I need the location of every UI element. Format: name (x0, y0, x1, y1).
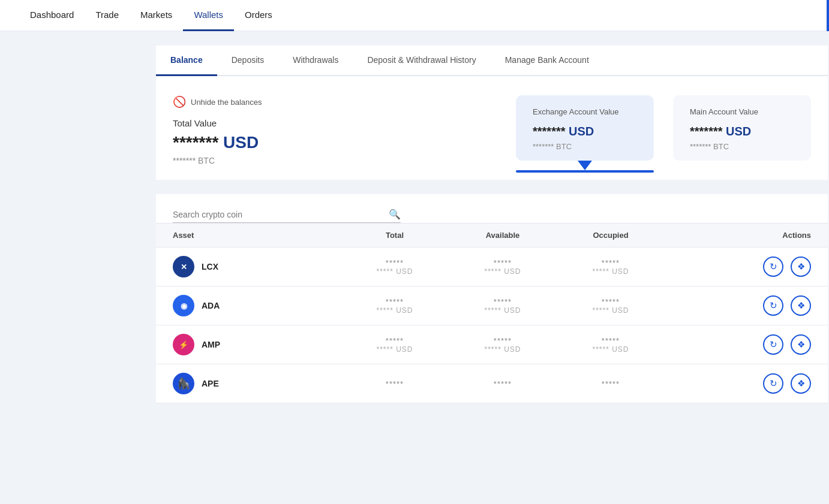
total-value-label: Total Value (173, 118, 497, 128)
search-icon: 🔍 (389, 209, 401, 220)
total-cell-lcx: ***** ***** USD (341, 258, 449, 276)
occupied-cell-amp: ***** ***** USD (557, 336, 665, 354)
settings-button-amp[interactable]: ❖ (791, 334, 811, 355)
main-btc-value: ******* BTC (690, 142, 794, 151)
coin-icon-lcx: ✕ (173, 256, 194, 277)
coin-name-amp: AMP (202, 340, 220, 349)
exchange-account-card: Exchange Account Value ******* USD *****… (516, 95, 654, 161)
nav-dashboard[interactable]: Dashboard (19, 0, 85, 31)
coin-name-ape: APE (202, 379, 219, 388)
actions-cell-ape: ↻ ❖ (665, 373, 811, 394)
total-cell-ape: ***** (341, 379, 449, 388)
transfer-button-ada[interactable]: ↻ (763, 295, 783, 316)
total-usd-stars: ******* (173, 133, 218, 152)
balance-section: 🚫 Unhide the balances Total Value ******… (156, 76, 828, 180)
search-section: 🔍 (156, 194, 828, 223)
unhide-label: Unhide the balances (191, 98, 262, 107)
transfer-button-ape[interactable]: ↻ (763, 373, 783, 394)
available-cell-amp: ***** ***** USD (449, 336, 557, 354)
exchange-usd-value: ******* USD (533, 125, 637, 138)
transfer-button-amp[interactable]: ↻ (763, 334, 783, 355)
asset-table: Asset Total Available Occupied Actions ✕… (156, 223, 828, 403)
table-row: ✕ LCX ***** ***** USD ***** ***** USD **… (156, 248, 828, 286)
nav-trade[interactable]: Trade (85, 0, 130, 31)
col-available: Available (449, 231, 557, 240)
available-cell-ape: ***** (449, 379, 557, 388)
main-account-label: Main Account Value (690, 107, 794, 116)
search-input[interactable] (173, 210, 384, 219)
available-cell-ada: ***** ***** USD (449, 297, 557, 315)
tab-manage-bank[interactable]: Manage Bank Account (491, 46, 603, 76)
occupied-cell-ape: ***** (557, 379, 665, 388)
main-account-card: Main Account Value ******* USD ******* B… (673, 95, 811, 161)
main-content: Balance Deposits Withdrawals Deposit & W… (156, 31, 828, 403)
table-row: ◉ ADA ***** ***** USD ***** ***** USD **… (156, 286, 828, 325)
transfer-button-lcx[interactable]: ↻ (763, 256, 783, 277)
asset-cell-ape: 🦍 APE (173, 373, 341, 394)
occupied-cell-lcx: ***** ***** USD (557, 258, 665, 276)
table-row: ⚡ AMP ***** ***** USD ***** ***** USD **… (156, 325, 828, 364)
col-occupied: Occupied (557, 231, 665, 240)
nav-wallets[interactable]: Wallets (183, 0, 234, 31)
table-row: 🦍 APE ***** ***** ***** ↻ ❖ (156, 364, 828, 403)
col-actions: Actions (665, 231, 811, 240)
section-divider (156, 180, 828, 194)
settings-button-ada[interactable]: ❖ (791, 295, 811, 316)
navigation: Dashboard Trade Markets Wallets Orders (0, 0, 829, 31)
asset-cell-lcx: ✕ LCX (173, 256, 341, 277)
tabs-bar: Balance Deposits Withdrawals Deposit & W… (156, 46, 828, 76)
nav-right-accent (827, 0, 829, 31)
tab-deposits[interactable]: Deposits (217, 46, 278, 76)
exchange-btc-value: ******* BTC (533, 142, 637, 151)
tab-balance[interactable]: Balance (156, 46, 217, 76)
coin-icon-amp: ⚡ (173, 334, 194, 355)
coin-name-lcx: LCX (202, 262, 218, 271)
nav-orders[interactable]: Orders (234, 0, 283, 31)
col-asset: Asset (173, 231, 341, 240)
coin-icon-ada: ◉ (173, 295, 194, 316)
exchange-card-arrow (578, 161, 592, 170)
settings-button-ape[interactable]: ❖ (791, 373, 811, 394)
actions-cell-lcx: ↻ ❖ (665, 256, 811, 277)
total-balance: 🚫 Unhide the balances Total Value ******… (173, 95, 497, 165)
search-wrapper: 🔍 (173, 209, 401, 223)
coin-name-ada: ADA (202, 301, 220, 310)
asset-cell-ada: ◉ ADA (173, 295, 341, 316)
settings-button-lcx[interactable]: ❖ (791, 256, 811, 277)
total-usd-value: ******* USD (173, 133, 497, 152)
tab-history[interactable]: Deposit & Withdrawal History (353, 46, 490, 76)
table-header: Asset Total Available Occupied Actions (156, 223, 828, 248)
exchange-card-bar (516, 170, 654, 173)
total-cell-ada: ***** ***** USD (341, 297, 449, 315)
main-usd-value: ******* USD (690, 125, 794, 138)
actions-cell-ada: ↻ ❖ (665, 295, 811, 316)
total-usd-suffix: USD (223, 133, 259, 152)
actions-cell-amp: ↻ ❖ (665, 334, 811, 355)
unhide-button[interactable]: 🚫 Unhide the balances (173, 95, 497, 108)
available-cell-lcx: ***** ***** USD (449, 258, 557, 276)
exchange-account-label: Exchange Account Value (533, 107, 637, 116)
col-total: Total (341, 231, 449, 240)
eye-slash-icon: 🚫 (173, 95, 186, 108)
nav-markets[interactable]: Markets (130, 0, 183, 31)
occupied-cell-ada: ***** ***** USD (557, 297, 665, 315)
coin-icon-ape: 🦍 (173, 373, 194, 394)
asset-cell-amp: ⚡ AMP (173, 334, 341, 355)
total-btc-value: ******* BTC (173, 156, 497, 165)
tab-withdrawals[interactable]: Withdrawals (278, 46, 353, 76)
total-cell-amp: ***** ***** USD (341, 336, 449, 354)
